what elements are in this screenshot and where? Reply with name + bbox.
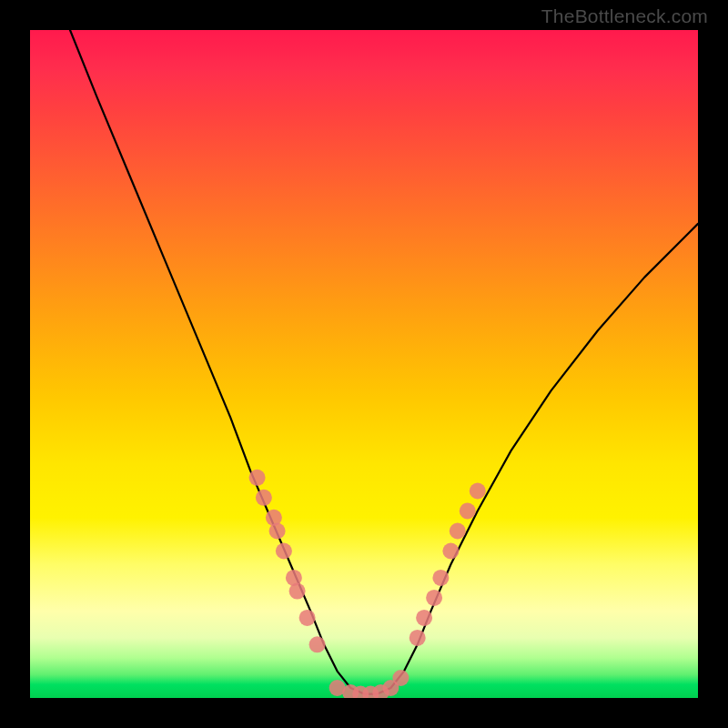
svg-point-19 bbox=[432, 570, 449, 586]
svg-point-8 bbox=[309, 636, 326, 652]
bottleneck-curve bbox=[70, 30, 698, 694]
svg-point-21 bbox=[450, 523, 466, 540]
svg-point-1 bbox=[256, 490, 272, 506]
curve-layer bbox=[30, 30, 698, 698]
svg-point-17 bbox=[416, 610, 432, 626]
svg-point-4 bbox=[276, 543, 292, 560]
svg-point-22 bbox=[460, 503, 476, 520]
svg-point-6 bbox=[289, 583, 306, 600]
svg-point-3 bbox=[269, 523, 286, 540]
svg-point-23 bbox=[470, 483, 486, 500]
dots-bottom-cluster bbox=[329, 670, 410, 698]
chart-frame: TheBottleneck.com bbox=[0, 0, 728, 728]
svg-point-15 bbox=[392, 670, 409, 686]
plot-area bbox=[30, 30, 698, 698]
svg-point-0 bbox=[249, 470, 266, 486]
dots-right-cluster bbox=[410, 483, 486, 646]
svg-point-16 bbox=[410, 630, 426, 646]
svg-point-18 bbox=[426, 590, 442, 606]
dots-left-cluster bbox=[249, 470, 326, 653]
svg-point-7 bbox=[299, 610, 316, 626]
svg-point-20 bbox=[442, 543, 459, 560]
watermark-text: TheBottleneck.com bbox=[541, 5, 708, 27]
